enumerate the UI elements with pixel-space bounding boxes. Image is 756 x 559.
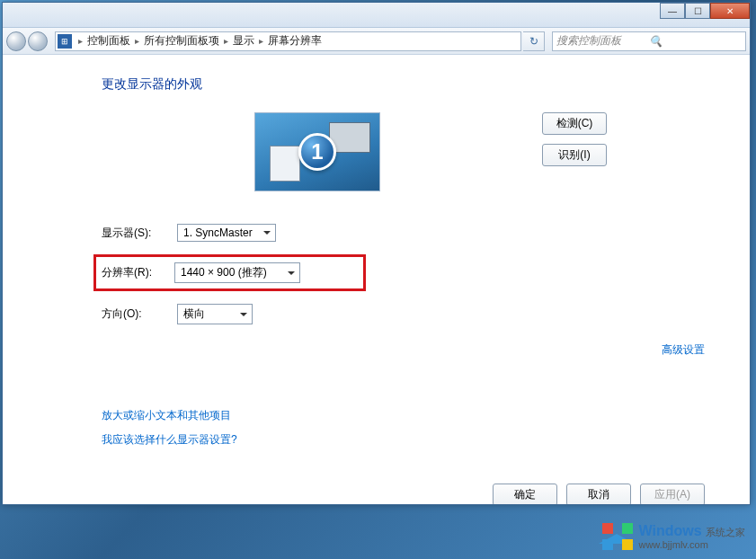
minimize-button[interactable]: —: [660, 3, 685, 19]
titlebar: — ☐ ✕: [3, 3, 750, 28]
display-label: 显示器(S):: [102, 226, 177, 241]
resolution-row-highlighted: 分辨率(R): 1440 × 900 (推荐): [93, 254, 366, 291]
advanced-settings-link[interactable]: 高级设置: [102, 342, 705, 358]
orientation-row: 方向(O): 横向: [102, 304, 708, 324]
resolution-label: 分辨率(R):: [102, 265, 174, 280]
breadcrumb-current: 屏幕分辨率: [266, 33, 324, 49]
breadcrumb-item[interactable]: 控制面板: [85, 33, 132, 49]
close-button[interactable]: ✕: [710, 3, 750, 19]
ok-button[interactable]: 确定: [493, 484, 557, 504]
control-panel-window: — ☐ ✕ ⊞ ▸ 控制面板 ▸ 所有控制面板项 ▸ 显示 ▸ 屏幕分辨率 ↻ …: [2, 2, 751, 505]
preview-window-icon: [270, 146, 300, 182]
monitor-preview[interactable]: 1: [254, 112, 380, 191]
watermark-url: www.bjjmlv.com: [638, 539, 745, 550]
maximize-button[interactable]: ☐: [685, 3, 710, 19]
breadcrumb-item[interactable]: 显示: [231, 33, 256, 49]
search-icon: 🔍: [649, 35, 742, 48]
watermark-brand: Windows: [638, 523, 701, 538]
navigation-bar: ⊞ ▸ 控制面板 ▸ 所有控制面板项 ▸ 显示 ▸ 屏幕分辨率 ↻ 搜索控制面板…: [3, 28, 750, 55]
cancel-button[interactable]: 取消: [566, 484, 631, 504]
breadcrumb-separator: ▸: [132, 36, 142, 46]
forward-button[interactable]: [28, 31, 48, 51]
search-placeholder: 搜索控制面板: [556, 33, 649, 49]
back-button[interactable]: [6, 31, 26, 51]
text-size-link[interactable]: 放大或缩小文本和其他项目: [102, 408, 708, 423]
apply-button[interactable]: 应用(A): [640, 484, 705, 504]
search-input[interactable]: 搜索控制面板 🔍: [552, 31, 746, 51]
control-panel-icon: ⊞: [58, 34, 72, 49]
display-dropdown[interactable]: 1. SyncMaster: [177, 224, 276, 242]
breadcrumb-separator: ▸: [221, 36, 231, 46]
breadcrumb-separator: ▸: [76, 36, 85, 46]
orientation-label: 方向(O):: [102, 306, 177, 322]
refresh-button[interactable]: ↻: [523, 31, 545, 51]
display-row: 显示器(S): 1. SyncMaster: [102, 224, 708, 242]
breadcrumb-separator: ▸: [256, 36, 266, 46]
page-title: 更改显示器的外观: [102, 76, 708, 93]
windows-logo-icon: [602, 523, 633, 550]
detect-button[interactable]: 检测(C): [542, 112, 607, 135]
resolution-dropdown[interactable]: 1440 × 900 (推荐): [174, 262, 300, 283]
orientation-dropdown[interactable]: 横向: [177, 304, 253, 324]
breadcrumb-item[interactable]: 所有控制面板项: [142, 33, 221, 49]
content-area: 更改显示器的外观 1 检测(C) 识别(I) 显示器(S): 1. SyncMa…: [3, 55, 750, 504]
identify-button[interactable]: 识别(I): [542, 144, 607, 166]
monitor-number-badge: 1: [298, 133, 336, 171]
watermark-subtitle: 系统之家: [706, 527, 745, 537]
address-bar[interactable]: ⊞ ▸ 控制面板 ▸ 所有控制面板项 ▸ 显示 ▸ 屏幕分辨率: [55, 31, 521, 51]
watermark: Windows 系统之家 www.bjjmlv.com: [602, 523, 745, 550]
which-display-link[interactable]: 我应该选择什么显示器设置?: [102, 432, 708, 448]
